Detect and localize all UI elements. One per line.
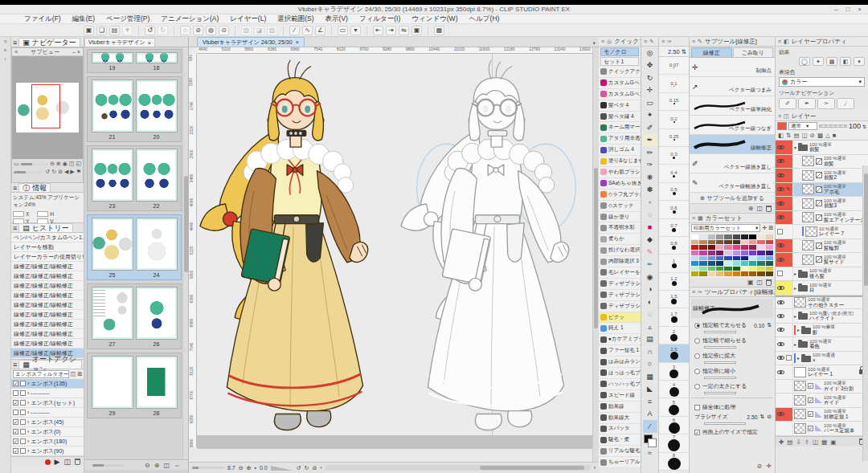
- color-swatch[interactable]: [741, 261, 748, 266]
- color-swatch[interactable]: [749, 256, 756, 261]
- color-swatch[interactable]: [733, 256, 740, 261]
- panel-menu-icon[interactable]: ≡: [601, 39, 604, 44]
- color-swatch[interactable]: [757, 256, 764, 261]
- expand-arrow-icon[interactable]: ▸: [797, 327, 800, 332]
- tool-property-option[interactable]: 指定倍に拡大: [690, 350, 775, 360]
- chevron-right-icon[interactable]: ›: [27, 438, 29, 444]
- layer-visibility-cell[interactable]: [776, 337, 793, 351]
- panel-menu-icon[interactable]: ≡: [644, 39, 647, 44]
- spinner-icon[interactable]: ⇅: [862, 124, 866, 129]
- toolbar-icon[interactable]: ⇋: [399, 26, 409, 35]
- tool-icon[interactable]: ✒: [643, 259, 657, 271]
- toolbar-icon[interactable]: ⊙: [219, 26, 229, 35]
- quick-access-item[interactable]: ネーム用マーカー: [599, 122, 641, 133]
- page-thumbnail-right[interactable]: [136, 356, 178, 409]
- eye-icon[interactable]: [777, 370, 784, 374]
- quick-access-item[interactable]: クイックアクセス: [599, 67, 641, 78]
- brush-size-item[interactable]: 0.6: [659, 201, 689, 218]
- brush-size-item[interactable]: 0.4: [659, 165, 689, 182]
- page-thumbnail-left[interactable]: [92, 356, 133, 409]
- color-swatch[interactable]: [757, 251, 764, 255]
- tool-icon[interactable]: ∩: [643, 345, 657, 358]
- autoaction-checkbox[interactable]: [13, 390, 18, 396]
- history-item[interactable]: レイヤーカラーの使用切り替え: [11, 252, 84, 262]
- layer-row[interactable]: 100 %通常 レイヤー 1: [776, 365, 868, 380]
- layer-command-icon[interactable]: △: [825, 132, 830, 139]
- color-swatch[interactable]: [708, 240, 715, 245]
- layer-visibility-cell[interactable]: [776, 365, 793, 379]
- tool-property-foot-icon[interactable]: ✛: [766, 463, 772, 470]
- brush-size-value[interactable]: 2.50: [668, 48, 680, 55]
- color-swatch[interactable]: [716, 245, 723, 250]
- color-swatch[interactable]: [716, 251, 723, 255]
- autoaction-item[interactable]: › ----------: [11, 389, 84, 398]
- color-swatch[interactable]: [757, 271, 764, 276]
- subtool-group-tab[interactable]: 線修正: [691, 47, 732, 57]
- layer-visibility-cell[interactable]: [776, 297, 793, 309]
- record-button[interactable]: [45, 459, 51, 465]
- toolbar-icon[interactable]: ◪: [254, 26, 264, 35]
- close-button[interactable]: ×: [858, 6, 862, 13]
- layer-row[interactable]: 100 %通常 前髪: [776, 155, 868, 169]
- vertical-scrollbar[interactable]: [592, 47, 599, 462]
- tool-icon[interactable]: ◌: [643, 209, 657, 222]
- color-swatch[interactable]: [699, 240, 706, 245]
- tool-icon[interactable]: ✦: [643, 109, 657, 122]
- quick-access-item[interactable]: スピード線: [599, 390, 641, 402]
- expand-arrow-icon[interactable]: ▾: [794, 145, 796, 150]
- toolbar-icon[interactable]: ❏: [96, 26, 107, 35]
- brush-size-item[interactable]: 2: [659, 327, 689, 345]
- autoaction-dialog-checkbox[interactable]: [20, 410, 26, 415]
- layer-visibility-cell[interactable]: [776, 211, 793, 225]
- history-item[interactable]: 線修正/線修正/線幅修正: [11, 262, 84, 271]
- option-slider[interactable]: [704, 392, 736, 394]
- brush-size-item[interactable]: 0.25: [659, 129, 689, 147]
- eye-icon[interactable]: [777, 215, 784, 219]
- quick-access-item[interactable]: リアルな睫毛: [599, 446, 641, 457]
- page-manager-icon[interactable]: ⊕: [154, 462, 160, 469]
- nav-control-icon[interactable]: ◫: [69, 161, 75, 167]
- rail-icon[interactable]: «: [4, 47, 7, 53]
- color-swatch[interactable]: [741, 267, 748, 271]
- layer-row[interactable]: ▸ 100 %通常 後ろ髪: [776, 267, 868, 282]
- tool-navigation-icon[interactable]: ✑: [817, 98, 835, 109]
- close-icon[interactable]: ×: [148, 40, 151, 46]
- close-icon[interactable]: ×: [296, 39, 299, 45]
- page-spread[interactable]: 23 22: [87, 145, 182, 211]
- layer-visibility-cell[interactable]: [776, 309, 793, 323]
- layer-row[interactable]: ▸ 100 %乗算 影: [776, 324, 868, 338]
- tool-property-option[interactable]: 一定の太さにする: [690, 381, 775, 390]
- tab-autoaction[interactable]: ▦オートアクション: [18, 360, 82, 369]
- trash-icon[interactable]: [766, 279, 772, 286]
- brush-size-item[interactable]: 0.07: [659, 57, 689, 75]
- subtool-item[interactable]: ベクター線単純化: [690, 96, 775, 116]
- layer-name[interactable]: ×: [813, 357, 816, 363]
- autoaction-dialog-checkbox[interactable]: [20, 400, 26, 406]
- tool-icon[interactable]: ▦: [643, 370, 657, 383]
- brush-size-item[interactable]: 7: [659, 434, 689, 452]
- autoaction-checkbox[interactable]: ✓: [13, 400, 18, 406]
- layer-visibility-cell[interactable]: [776, 393, 793, 407]
- layer-row[interactable]: 100 %通常 髪輪郭: [776, 239, 868, 254]
- color-swatch[interactable]: [691, 271, 698, 276]
- layer-visibility-cell[interactable]: [776, 436, 793, 437]
- panel-menu-icon[interactable]: ≡: [13, 224, 17, 232]
- quick-access-item[interactable]: 鈍え 1: [599, 323, 641, 334]
- eye-icon[interactable]: [777, 187, 784, 191]
- chevron-right-icon[interactable]: ›: [27, 381, 29, 386]
- layer-name[interactable]: 前髪: [809, 146, 820, 152]
- quick-access-item[interactable]: 柔らか: [599, 234, 641, 245]
- layer-toolbar-icon[interactable]: ▣: [830, 438, 836, 446]
- layer-checkbox[interactable]: [777, 229, 783, 234]
- layer-checkbox[interactable]: [777, 271, 783, 276]
- color-swatch[interactable]: [749, 251, 756, 255]
- layer-visibility-cell[interactable]: [776, 239, 793, 253]
- color-swatch[interactable]: [716, 271, 723, 276]
- layer-command-icon[interactable]: ■: [833, 132, 837, 139]
- zoom-out-icon[interactable]: ⊖: [239, 465, 244, 471]
- color-swatch[interactable]: [708, 271, 715, 276]
- subtool-item[interactable]: ✛ 制御点: [690, 58, 775, 77]
- chevron-right-icon[interactable]: ›: [27, 419, 29, 425]
- panel-menu-icon[interactable]: ≡: [13, 39, 17, 47]
- color-swatch[interactable]: [724, 256, 731, 261]
